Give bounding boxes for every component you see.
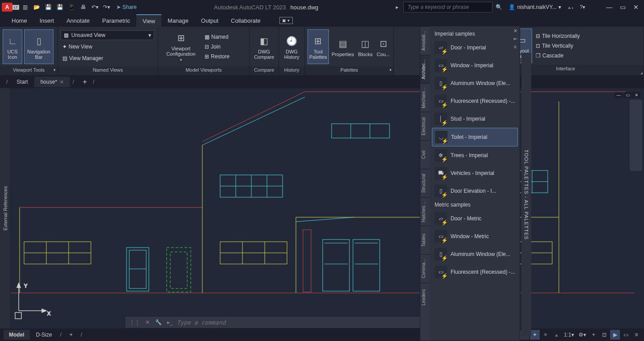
- tab-output[interactable]: Output: [195, 14, 225, 27]
- status-units-icon[interactable]: ⊡: [599, 330, 609, 340]
- palette-tab-annotation[interactable]: Annotati...: [420, 26, 430, 55]
- view-combo[interactable]: ▦ Unsaved View ▾: [61, 30, 154, 40]
- qat-plot-icon[interactable]: 🖶: [78, 2, 89, 12]
- palette-item[interactable]: ▭⚡Fluorescent (Recessed) -...: [432, 263, 518, 281]
- blocks-button[interactable]: ◫ Blocks: [357, 29, 374, 64]
- qat-redo-icon[interactable]: ↷▾: [101, 2, 112, 12]
- status-add-icon[interactable]: +: [589, 330, 599, 340]
- tab-parametric[interactable]: Parametric: [96, 14, 136, 27]
- count-button[interactable]: ⊡ Cou...: [376, 29, 391, 64]
- tab-insert[interactable]: Insert: [33, 14, 61, 27]
- share-button[interactable]: ➤ Share: [113, 4, 140, 10]
- qat-web-icon[interactable]: 📱: [66, 2, 77, 12]
- layout-tab-model[interactable]: Model: [4, 330, 30, 340]
- qat-saveas-icon[interactable]: 💾: [55, 2, 66, 12]
- tile-vertical-button[interactable]: ⊡Tile Vertically: [534, 41, 582, 51]
- minimize-button[interactable]: ―: [603, 1, 615, 13]
- featured-apps-toggle[interactable]: ▣ ▾: [279, 17, 293, 24]
- palette-item[interactable]: ▯⚡Door Elevation - I...: [432, 182, 518, 200]
- status-iso-icon[interactable]: ⟁: [551, 330, 561, 340]
- tab-view[interactable]: View: [136, 14, 161, 27]
- palette-item[interactable]: ▯⚡Aluminum Window (Ele...: [432, 245, 518, 263]
- restore-viewports-button[interactable]: ⊞Restore: [203, 52, 231, 61]
- file-tab-start[interactable]: Start: [10, 77, 34, 87]
- palette-item[interactable]: ✲⚡Trees - Imperial: [432, 146, 518, 164]
- qat-save-icon[interactable]: 💾: [43, 2, 54, 12]
- palette-close-icon[interactable]: ✕: [512, 27, 519, 34]
- close-tab-icon[interactable]: ✕: [60, 79, 64, 85]
- cascade-button[interactable]: ❐Cascade: [534, 51, 582, 61]
- palette-body[interactable]: Imperial samples ▱⚡Door - Imperial▭⚡Wind…: [430, 26, 520, 341]
- palette-item[interactable]: ▱⚡Door - Imperial: [432, 39, 518, 57]
- palette-tab-mechanical[interactable]: Mechani...: [420, 83, 430, 112]
- palette-item[interactable]: ◡⚡Toilet - Imperial: [432, 128, 518, 146]
- qat-undo-icon[interactable]: ↶▾: [90, 2, 100, 12]
- qat-open-icon[interactable]: 📂: [32, 2, 42, 12]
- palette-item[interactable]: ⛟⚡Vehicles - Imperial: [432, 164, 518, 182]
- cmd-close-icon[interactable]: ✕: [144, 319, 151, 325]
- palette-tab-electrical[interactable]: Electrical: [420, 112, 430, 140]
- cmd-grip-icon[interactable]: ⋮⋮: [128, 319, 141, 325]
- restore-button[interactable]: ▭: [616, 1, 629, 13]
- dwg-compare-button[interactable]: ◧ DWG Compare: [252, 29, 276, 64]
- palette-item[interactable]: ▭⚡Window - Imperial: [432, 57, 518, 74]
- cmd-customize-icon[interactable]: 🔧: [154, 319, 163, 325]
- tab-annotate[interactable]: Annotate: [60, 14, 96, 27]
- palette-tab-command[interactable]: Comma...: [420, 254, 430, 283]
- palette-tab-leaders[interactable]: Leaders: [420, 283, 430, 311]
- panel-viewport-tools[interactable]: Viewport Tools▾: [0, 66, 57, 75]
- layout-tab-add[interactable]: +: [64, 330, 78, 340]
- tile-horizontal-button[interactable]: ⊟Tile Horizontally: [534, 31, 582, 41]
- new-view-button[interactable]: ✦New View: [61, 42, 94, 52]
- palette-pin-icon[interactable]: ⇤: [512, 35, 519, 42]
- help-icon[interactable]: ?▾: [577, 2, 588, 12]
- status-menu-icon[interactable]: ≡: [632, 330, 641, 340]
- ucs-icon-button[interactable]: ∟ UCS Icon: [3, 29, 22, 64]
- search-caret-icon[interactable]: ▸: [392, 2, 402, 12]
- autodesk-app-icon[interactable]: ⟁▾: [566, 2, 576, 12]
- navigation-bar-button[interactable]: ▯ Navigation Bar: [24, 29, 53, 64]
- join-viewports-button[interactable]: ⊟Join: [203, 42, 231, 52]
- palette-tab-hatches[interactable]: Hatches ...: [420, 197, 430, 226]
- palette-tab-tables[interactable]: Tables: [420, 226, 430, 254]
- viewport-config-button[interactable]: ⊞ Viewport Configuration▾: [161, 29, 201, 64]
- named-viewports-button[interactable]: ▦Named: [203, 32, 231, 42]
- user-menu[interactable]: 👤 nishant.naikVY...▾: [505, 4, 565, 10]
- palette-item[interactable]: │⚡Stud - Imperial: [432, 110, 518, 128]
- tool-palette[interactable]: Annotati... Architec... Mechani... Elect…: [420, 26, 520, 341]
- new-tab-button[interactable]: +: [79, 77, 90, 87]
- palette-item[interactable]: ▭⚡Fluorescent (Recessed) -...: [432, 92, 518, 110]
- status-ortho-icon[interactable]: ✦: [530, 330, 540, 340]
- drawing-canvas[interactable]: — ▭ ✕: [11, 88, 644, 329]
- status-polar-icon[interactable]: ✧: [541, 330, 550, 340]
- palette-title[interactable]: TOOL PALETTES - ALL PALETTES: [521, 53, 531, 336]
- status-gear-icon[interactable]: ⚙▾: [577, 330, 588, 340]
- palette-tab-structural[interactable]: Structural: [420, 169, 430, 197]
- external-references-panel[interactable]: External References: [0, 88, 11, 329]
- palette-item-label: Door - Imperial: [451, 45, 486, 51]
- layout-tab-dsize[interactable]: D-Size: [31, 330, 57, 340]
- palette-tab-civil[interactable]: Civil: [420, 140, 430, 169]
- palette-menu-icon[interactable]: ≡: [512, 43, 519, 50]
- status-clean-icon[interactable]: ▭: [621, 330, 631, 340]
- tab-collaborate[interactable]: Collaborate: [225, 14, 267, 27]
- palette-item[interactable]: ▯⚡Aluminum Window (Ele...: [432, 74, 518, 92]
- app-icon[interactable]: A: [2, 3, 12, 12]
- dwg-history-button[interactable]: 🕘 DWG History: [282, 29, 302, 64]
- tab-manage[interactable]: Manage: [161, 14, 195, 27]
- status-scale[interactable]: 1:1▾: [562, 330, 576, 340]
- palette-tab-architectural[interactable]: Architec...: [420, 55, 430, 83]
- view-manager-button[interactable]: ▤View Manager: [61, 53, 105, 63]
- qat-new-icon[interactable]: ▥: [20, 2, 31, 12]
- panel-palettes[interactable]: Palettes▾: [305, 66, 394, 75]
- properties-button[interactable]: ▤ Properties: [331, 29, 355, 64]
- close-button[interactable]: ✕: [630, 1, 642, 13]
- search-input[interactable]: [403, 2, 492, 12]
- palette-item[interactable]: ▭⚡Window - Metric: [432, 227, 518, 245]
- tool-palettes-button[interactable]: ⊞ Tool Palettes: [308, 29, 329, 64]
- palette-item[interactable]: ▱⚡Door - Metric: [432, 210, 518, 227]
- tab-home[interactable]: Home: [5, 14, 33, 27]
- search-icon[interactable]: 🔍: [493, 2, 504, 12]
- file-tab-house[interactable]: house* ✕: [34, 77, 70, 87]
- status-hardware-icon[interactable]: ▶: [610, 330, 620, 340]
